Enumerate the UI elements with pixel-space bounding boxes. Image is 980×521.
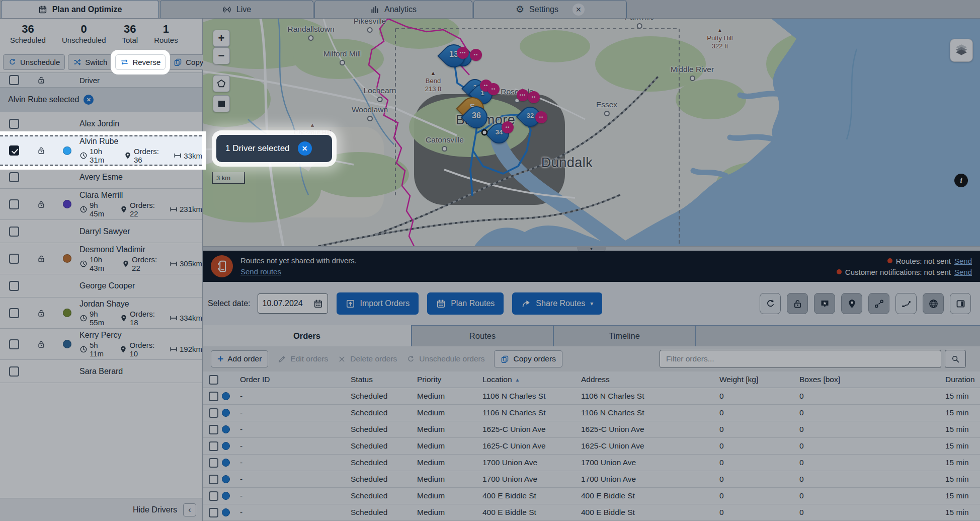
order-row[interactable]: -ScheduledMedium1625-C Union Ave1625-C U…: [203, 438, 980, 455]
add-order-button[interactable]: +Add order: [211, 350, 268, 367]
clear-selection-icon[interactable]: ✕: [84, 95, 94, 105]
copy-orders-button[interactable]: Copy orders: [494, 350, 562, 367]
map-layers-button[interactable]: [950, 39, 973, 62]
hide-drivers-label[interactable]: Hide Drivers: [133, 505, 177, 514]
tab-routes[interactable]: Routes: [412, 325, 554, 346]
reverse-button[interactable]: Reverse: [115, 54, 166, 70]
driver-checkbox[interactable]: [9, 254, 19, 264]
column-header[interactable]: Weight [kg]: [719, 375, 799, 384]
tab-plan-and-optimize[interactable]: Plan and Optimize: [1, 0, 159, 18]
panel-toggle-button[interactable]: [950, 293, 971, 314]
order-row[interactable]: -ScheduledMedium1106 N Charles St1106 N …: [203, 388, 980, 405]
globe-button[interactable]: [923, 293, 944, 314]
cluster-badge[interactable]: •••: [457, 47, 469, 59]
location-pin-button[interactable]: [841, 293, 862, 314]
cluster-badge[interactable]: ••: [470, 49, 482, 61]
order-checkbox[interactable]: [209, 425, 218, 434]
search-icon[interactable]: [945, 350, 966, 368]
order-row[interactable]: -ScheduledMedium1106 N Charles St1106 N …: [203, 405, 980, 421]
driver-checkbox[interactable]: [9, 119, 19, 129]
order-row[interactable]: -ScheduledMedium1625-C Union Ave1625-C U…: [203, 421, 980, 438]
zoom-out-button[interactable]: −: [213, 47, 230, 64]
driver-checkbox[interactable]: [9, 227, 19, 237]
refresh-button[interactable]: [760, 293, 781, 314]
driver-row[interactable]: Alvin Rube10h 31mOrders: 3633km: [0, 135, 202, 166]
toast-close-icon[interactable]: ✕: [298, 141, 312, 156]
route-button[interactable]: [895, 293, 917, 314]
import-orders-button[interactable]: Import Orders: [337, 292, 419, 315]
rectangle-select-button[interactable]: [213, 95, 230, 112]
driver-row[interactable]: Darryl Sawyer: [0, 220, 202, 243]
order-checkbox[interactable]: [209, 458, 218, 468]
cluster-badge[interactable]: •••: [517, 89, 529, 101]
driver-row[interactable]: George Cooper: [0, 274, 202, 297]
driver-row[interactable]: Avery Esme: [0, 166, 202, 189]
cluster-badge[interactable]: ••: [528, 91, 540, 103]
star-pin-button[interactable]: [814, 293, 835, 314]
close-tab-icon[interactable]: ✕: [573, 4, 585, 16]
column-header[interactable]: Duration: [945, 375, 980, 384]
stop-marker[interactable]: 36: [465, 106, 487, 128]
send-link[interactable]: Send: [954, 268, 972, 276]
column-header[interactable]: Address: [581, 375, 719, 384]
cluster-badge[interactable]: ••: [502, 121, 514, 133]
driver-checkbox[interactable]: [9, 308, 19, 318]
share-routes-button[interactable]: Share Routes▾: [512, 292, 602, 315]
tab-orders[interactable]: Orders: [203, 325, 412, 346]
map-collapse-handle[interactable]: ▼: [577, 246, 606, 251]
order-checkbox[interactable]: [209, 392, 218, 401]
collapse-sidebar-button[interactable]: ‹: [183, 503, 196, 516]
order-status: Scheduled: [351, 425, 417, 434]
driver-checkbox[interactable]: [9, 199, 19, 209]
column-header[interactable]: Boxes [box]: [799, 375, 945, 384]
driver-checkbox[interactable]: [9, 145, 19, 156]
waypoints-button[interactable]: [868, 293, 889, 314]
tab-analytics[interactable]: Analytics: [314, 0, 472, 18]
driver-checkbox[interactable]: [9, 172, 19, 182]
order-checkbox[interactable]: [209, 408, 218, 418]
order-row[interactable]: -ScheduledMedium400 E Biddle St400 E Bid…: [203, 488, 980, 504]
tab-settings[interactable]: ⚙Settings✕: [473, 0, 627, 18]
order-checkbox[interactable]: [209, 475, 218, 484]
column-header[interactable]: Location▲: [482, 375, 581, 384]
driver-row[interactable]: Clara Merrill9h 45mOrders: 22231km: [0, 189, 202, 220]
map-canvas[interactable]: RandallstownPikesvilleMilford MillLochea…: [203, 19, 980, 246]
date-input[interactable]: 10.07.2024: [258, 293, 328, 314]
select-all-orders-checkbox[interactable]: [209, 375, 218, 385]
lock-button[interactable]: [787, 293, 808, 314]
order-checkbox[interactable]: [209, 441, 218, 451]
unschedule-button[interactable]: Unschedule: [3, 54, 65, 70]
routes-notification-bar: Routes not yet shared with drivers. Send…: [203, 251, 980, 282]
order-row[interactable]: -ScheduledMedium400 E Biddle St400 E Bid…: [203, 504, 980, 521]
filter-orders-input[interactable]: [660, 350, 941, 368]
send-link[interactable]: Send: [954, 257, 972, 265]
column-header[interactable]: Order ID: [240, 375, 351, 384]
driver-checkbox[interactable]: [9, 339, 19, 349]
select-all-checkbox[interactable]: [9, 75, 19, 85]
map-info-button[interactable]: i: [954, 174, 968, 187]
tab-timeline[interactable]: Timeline: [554, 325, 696, 346]
order-priority: Medium: [417, 441, 482, 451]
order-row[interactable]: -ScheduledMedium1700 Union Ave1700 Union…: [203, 471, 980, 488]
order-row[interactable]: -ScheduledMedium1700 Union Ave1700 Union…: [203, 455, 980, 471]
driver-row[interactable]: Alex Jordin: [0, 112, 202, 135]
driver-row[interactable]: Desmond Vladimir10h 43mOrders: 22305km: [0, 243, 202, 274]
column-header[interactable]: Status: [351, 375, 417, 384]
driver-row[interactable]: Sara Berard: [0, 360, 202, 383]
cluster-badge[interactable]: ••: [535, 111, 547, 123]
column-header[interactable]: Priority: [417, 375, 482, 384]
driver-checkbox[interactable]: [9, 281, 19, 291]
route-color-dot: [54, 200, 79, 208]
order-checkbox[interactable]: [209, 491, 218, 501]
driver-checkbox[interactable]: [9, 366, 19, 377]
order-checkbox[interactable]: [209, 508, 218, 517]
switch-button[interactable]: Switch: [68, 54, 112, 70]
plan-routes-button[interactable]: Plan Routes: [427, 292, 504, 315]
driver-row[interactable]: Jordan Shaye9h 55mOrders: 18334km: [0, 297, 202, 329]
driver-row[interactable]: Kerry Percy5h 11mOrders: 10192km: [0, 329, 202, 360]
cluster-badge[interactable]: ••: [487, 83, 500, 95]
polygon-select-button[interactable]: [213, 75, 230, 92]
tab-live[interactable]: Live: [160, 0, 313, 18]
send-routes-link[interactable]: Send routes: [240, 267, 281, 276]
zoom-in-button[interactable]: +: [213, 30, 230, 47]
